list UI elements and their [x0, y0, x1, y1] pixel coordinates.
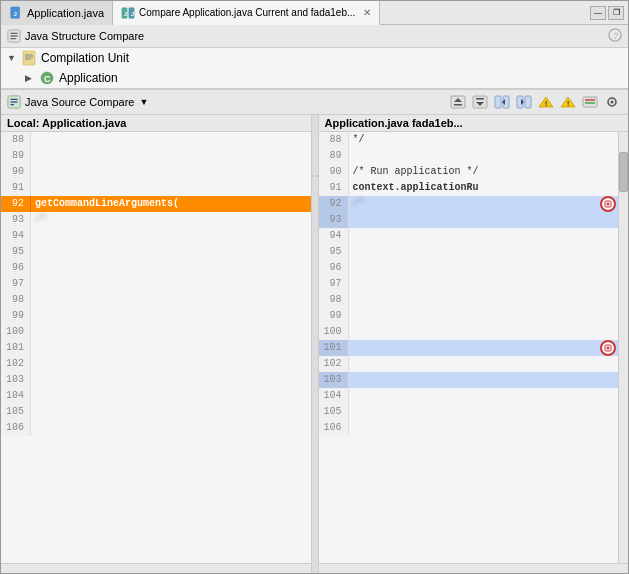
- minimize-button[interactable]: —: [590, 6, 606, 20]
- table-row: 99: [1, 308, 311, 324]
- source-panel-header: Java Source Compare ▼: [1, 89, 628, 115]
- toolbar-btn-2[interactable]: [470, 93, 490, 111]
- source-panel: Java Source Compare ▼: [1, 89, 628, 573]
- table-row: 89: [319, 148, 619, 164]
- right-pane-title: Application.java fada1eb...: [325, 117, 463, 129]
- svg-point-42: [611, 101, 614, 104]
- toolbar-btn-6[interactable]: !: [558, 93, 578, 111]
- svg-rect-32: [525, 96, 531, 108]
- table-row: 100: [1, 324, 311, 340]
- table-row: 98: [319, 292, 619, 308]
- svg-rect-38: [583, 97, 597, 107]
- table-row: 106: [1, 420, 311, 436]
- toolbar-btn-4[interactable]: [514, 93, 534, 111]
- right-scrollbar-v[interactable]: [618, 132, 628, 563]
- table-row: 95: [319, 244, 619, 260]
- copy-action-icon-2: [604, 344, 612, 352]
- structure-header-icon: [7, 29, 21, 43]
- copy-right-icon: [516, 95, 532, 109]
- diff-action-button-2[interactable]: [600, 340, 616, 356]
- source-compare-icon: [7, 95, 21, 109]
- table-row: 92 /*: [319, 196, 619, 212]
- table-row: 90 /* Run application */: [319, 164, 619, 180]
- warning-icon-1: !: [538, 95, 554, 109]
- right-scrollbar-h[interactable]: [319, 563, 629, 573]
- table-row: 106: [319, 420, 619, 436]
- navigate-next-diff-icon: [472, 95, 488, 109]
- toolbar-icons: ! !: [448, 93, 622, 111]
- table-row: 89: [1, 148, 311, 164]
- table-row: 102: [319, 356, 619, 372]
- compare-tab-icon: J J: [121, 6, 135, 20]
- right-pane-header: Application.java fada1eb...: [319, 115, 629, 132]
- table-row: 96: [1, 260, 311, 276]
- right-code-content: 88 */ 89 90 /* Run application */: [319, 132, 619, 563]
- compilation-unit-icon: [21, 50, 37, 66]
- tab-application-java[interactable]: J Application.java: [1, 1, 113, 25]
- left-scrollbar-h[interactable]: [1, 563, 311, 573]
- toolbar-btn-1[interactable]: [448, 93, 468, 111]
- toolbar-btn-7[interactable]: [580, 93, 600, 111]
- restore-button[interactable]: ❐: [608, 6, 624, 20]
- tree-application[interactable]: ▶ C Application: [1, 68, 628, 88]
- table-row: 91 context.applicationRu: [319, 180, 619, 196]
- copy-left-icon: [494, 95, 510, 109]
- table-row: 98: [1, 292, 311, 308]
- svg-text:?: ?: [613, 31, 618, 41]
- table-row: 100: [319, 324, 619, 340]
- navigate-prev-diff-icon: [450, 95, 466, 109]
- svg-text:J: J: [124, 9, 127, 16]
- table-row: 91: [1, 180, 311, 196]
- tab-bar: J Application.java J J Compare Applicati…: [1, 1, 628, 25]
- main-window: J Application.java J J Compare Applicati…: [0, 0, 629, 574]
- table-row: 96: [319, 260, 619, 276]
- right-code-pane: Application.java fada1eb... 88 */ 89: [319, 115, 629, 573]
- dropdown-arrow-icon: ▼: [139, 97, 148, 107]
- tab-application-label: Application.java: [27, 7, 104, 19]
- tree-arrow-application: ▶: [25, 73, 35, 83]
- table-row: 104: [319, 388, 619, 404]
- toolbar-btn-3[interactable]: [492, 93, 512, 111]
- right-code-lines: 88 */ 89 90 /* Run application */: [319, 132, 619, 436]
- svg-text:J: J: [131, 9, 134, 16]
- svg-rect-24: [454, 104, 462, 106]
- table-row: 93: [319, 212, 619, 228]
- warning-icon-2: !: [560, 95, 576, 109]
- diff-action-button-1[interactable]: [600, 196, 616, 212]
- source-compare-label: Java Source Compare: [25, 96, 134, 108]
- table-row: 105: [319, 404, 619, 420]
- code-compare-area: Local: Application.java 88 89: [1, 115, 628, 573]
- source-header-dropdown[interactable]: Java Source Compare ▼: [25, 96, 148, 108]
- toolbar-btn-5[interactable]: !: [536, 93, 556, 111]
- tab-compare-label: Compare Application.java Current and fad…: [139, 7, 355, 18]
- table-row: 88: [1, 132, 311, 148]
- svg-text:J: J: [13, 9, 16, 16]
- svg-rect-28: [495, 96, 501, 108]
- left-code-content: 88 89 90 91: [1, 132, 311, 563]
- tree-application-label: Application: [59, 71, 118, 85]
- table-row: 102: [1, 356, 311, 372]
- structure-panel-header: Java Structure Compare ?: [1, 25, 628, 48]
- table-row: 88 */: [319, 132, 619, 148]
- table-row: 103: [1, 372, 311, 388]
- table-row: 99: [319, 308, 619, 324]
- structure-hint[interactable]: ?: [608, 28, 622, 44]
- right-pane-scroll-area: 88 */ 89 90 /* Run application */: [319, 132, 629, 563]
- toolbar-btn-8[interactable]: [602, 93, 622, 111]
- table-row: 94: [319, 228, 619, 244]
- structure-panel-title: Java Structure Compare: [25, 30, 144, 42]
- left-pane-scroll-area: 88 89 90 91: [1, 132, 311, 563]
- copy-action-icon-1: [604, 200, 612, 208]
- left-pane-header: Local: Application.java: [1, 115, 311, 132]
- tab-compare-close[interactable]: ✕: [363, 7, 371, 18]
- class-icon: C: [39, 70, 55, 86]
- tree-compilation-unit[interactable]: ▼ Compilation Unit: [1, 48, 628, 68]
- tree-compilation-unit-label: Compilation Unit: [41, 51, 129, 65]
- question-icon: ?: [608, 28, 622, 42]
- svg-text:!: !: [545, 100, 547, 107]
- tab-compare[interactable]: J J Compare Application.java Current and…: [113, 1, 380, 25]
- right-scrollbar-thumb[interactable]: [619, 152, 628, 192]
- left-pane-title: Local: Application.java: [7, 117, 126, 129]
- table-row: 103: [319, 372, 619, 388]
- svg-text:C: C: [44, 74, 51, 84]
